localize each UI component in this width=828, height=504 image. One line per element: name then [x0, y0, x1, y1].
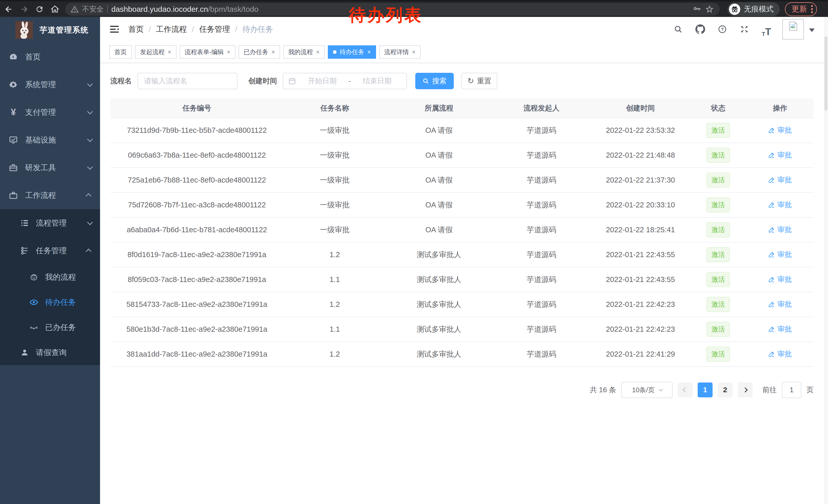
- page-suffix: 页: [806, 385, 814, 395]
- col-process: 所属流程: [386, 98, 492, 118]
- tag-my-process[interactable]: 我的流程×: [283, 45, 325, 59]
- approve-link[interactable]: 审批: [768, 175, 792, 185]
- goto-page-input[interactable]: 1: [782, 382, 801, 398]
- sidebar-item-task-management[interactable]: 任务管理: [0, 237, 100, 265]
- sidebar-collapse-icon[interactable]: [109, 25, 120, 34]
- tag-start-process[interactable]: 发起流程×: [135, 45, 176, 59]
- security-label: 不安全: [82, 4, 104, 14]
- font-size-icon[interactable]: TT: [758, 21, 775, 37]
- approve-link[interactable]: 审批: [768, 275, 792, 284]
- search-icon[interactable]: [670, 21, 687, 37]
- browser-back-button[interactable]: [2, 3, 15, 16]
- status-badge: 激活: [706, 173, 730, 188]
- bookmark-star-icon[interactable]: [705, 5, 714, 14]
- task-id-cell: a6aba0a4-7b6d-11ec-b781-acde48001122: [110, 217, 283, 242]
- approve-link[interactable]: 审批: [768, 200, 792, 210]
- sidebar-item-todo-tasks[interactable]: 待办任务: [0, 290, 100, 315]
- process-cell: 测试多审批人: [386, 342, 492, 367]
- search-button[interactable]: 搜索: [415, 73, 454, 89]
- close-icon[interactable]: ×: [227, 48, 230, 56]
- sidebar-item-system[interactable]: 系统管理: [0, 71, 100, 98]
- status-badge: 激活: [706, 347, 730, 362]
- update-label: 更新: [792, 4, 807, 14]
- sidebar-item-devtools[interactable]: 研发工具: [0, 154, 100, 182]
- edit-pencil-icon: [768, 351, 775, 357]
- create-time-cell: 2022-01-22 18:25:41: [591, 217, 690, 242]
- date-range-input[interactable]: 开始日期 - 结束日期: [283, 73, 407, 89]
- browser-forward-button[interactable]: [17, 3, 31, 16]
- create-time-cell: 2022-01-21 22:43:55: [591, 242, 690, 267]
- flow-nodes-icon: [20, 246, 29, 255]
- table-row: 8f0d1619-7ac8-11ec-a9e2-a2380e71991a1.2测…: [110, 242, 814, 267]
- close-icon[interactable]: ×: [272, 48, 275, 56]
- status-cell: 激活: [690, 217, 746, 242]
- browser-update-button[interactable]: 更新: [785, 2, 817, 16]
- page-scrollbar[interactable]: [824, 17, 828, 504]
- sidebar-item-payment[interactable]: ¥ 支付管理: [0, 98, 100, 126]
- sidebar-item-workflow[interactable]: 工作流程: [0, 182, 100, 209]
- gear-icon: [9, 80, 18, 89]
- starter-cell: 芋道源码: [492, 317, 591, 342]
- approve-link[interactable]: 审批: [768, 150, 792, 160]
- chevron-down-icon: [87, 136, 93, 142]
- create-time-cell: 2022-01-22 21:48:48: [591, 143, 690, 168]
- close-icon[interactable]: ×: [412, 48, 416, 56]
- scrollbar-thumb[interactable]: [824, 36, 827, 111]
- goto-label: 前往: [762, 385, 777, 395]
- close-icon[interactable]: ×: [168, 48, 171, 56]
- approve-link[interactable]: 审批: [768, 125, 792, 135]
- task-id-cell: 069c6a63-7b8a-11ec-8ef0-acde48001122: [110, 143, 283, 168]
- tag-done-tasks[interactable]: 已办任务×: [239, 45, 280, 59]
- sidebar-item-infrastructure[interactable]: 基础设施: [0, 126, 100, 154]
- starter-cell: 芋道源码: [492, 192, 591, 217]
- edit-pencil-icon: [768, 301, 775, 308]
- prev-page-button[interactable]: [678, 382, 693, 397]
- close-icon[interactable]: ×: [367, 48, 371, 56]
- action-cell: 审批: [746, 342, 814, 367]
- avatar-caret-icon[interactable]: [809, 29, 815, 32]
- tag-form-edit[interactable]: 流程表单-编辑×: [179, 45, 236, 59]
- status-cell: 激活: [690, 242, 746, 267]
- tag-todo-tasks[interactable]: 待办任务×: [328, 45, 376, 59]
- sidebar-item-process-management[interactable]: 流程管理: [0, 209, 100, 237]
- avatar[interactable]: [782, 19, 804, 40]
- url-path: /bpm/task/todo: [208, 5, 258, 13]
- browser-home-button[interactable]: [48, 3, 61, 16]
- breadcrumb-workflow[interactable]: 工作流程: [156, 24, 187, 35]
- sidebar-item-my-process[interactable]: 我的流程: [0, 265, 100, 290]
- page-button-1[interactable]: 1: [698, 382, 713, 397]
- create-time-label: 创建时间: [248, 76, 277, 86]
- approve-link[interactable]: 审批: [768, 349, 792, 359]
- fullscreen-icon[interactable]: [736, 21, 753, 37]
- help-icon[interactable]: ?: [714, 21, 731, 37]
- action-cell: 审批: [746, 168, 814, 192]
- sidebar-item-home[interactable]: 首页: [0, 43, 100, 71]
- browser-menu-icon[interactable]: [811, 5, 813, 13]
- next-page-button[interactable]: [738, 382, 753, 397]
- approve-link[interactable]: 审批: [768, 225, 792, 235]
- sidebar-item-leave-query[interactable]: 请假查询: [0, 340, 100, 365]
- breadcrumb-home[interactable]: 首页: [128, 24, 143, 35]
- action-cell: 审批: [746, 317, 814, 342]
- github-icon[interactable]: [692, 21, 708, 37]
- process-name-input[interactable]: 请输入流程名: [137, 73, 238, 89]
- status-badge: 激活: [706, 123, 730, 138]
- approve-link[interactable]: 审批: [768, 300, 792, 309]
- tag-process-detail[interactable]: 流程详情×: [379, 45, 421, 59]
- browser-reload-button[interactable]: [33, 3, 46, 16]
- password-key-icon[interactable]: [693, 5, 701, 13]
- tag-home[interactable]: 首页: [109, 45, 132, 59]
- reset-button[interactable]: ↻ 重置: [461, 73, 497, 89]
- action-cell: 审批: [746, 267, 814, 292]
- sidebar-item-done-tasks[interactable]: 已办任务: [0, 315, 100, 340]
- approve-link[interactable]: 审批: [768, 324, 792, 334]
- not-secure-warning-icon: [71, 5, 79, 13]
- page-size-select[interactable]: 10条/页: [621, 382, 672, 398]
- status-cell: 激活: [690, 317, 746, 342]
- workflow-submenu: 流程管理 任务管理 我的流程 待办任务 已办任务 请假查询: [0, 209, 100, 365]
- close-icon[interactable]: ×: [316, 48, 320, 56]
- page-button-2[interactable]: 2: [718, 382, 733, 397]
- breadcrumb-task-management[interactable]: 任务管理: [199, 24, 230, 35]
- approve-link[interactable]: 审批: [768, 250, 792, 260]
- table-row: 75d72608-7b7f-11ec-a3c8-acde48001122一级审批…: [110, 192, 814, 217]
